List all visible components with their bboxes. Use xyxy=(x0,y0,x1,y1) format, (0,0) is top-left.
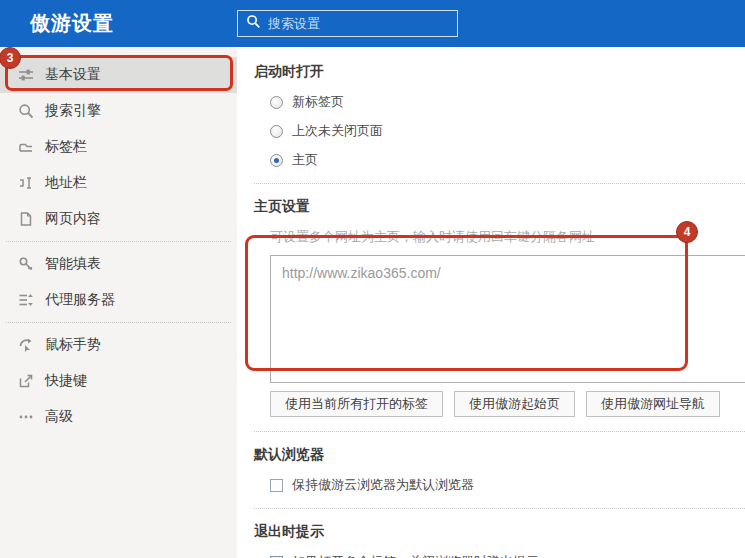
homepage-hint-text: 可设置多个网址为主页，输入时请使用回车键分隔各网址 xyxy=(270,228,745,246)
settings-sliders-icon xyxy=(17,67,34,84)
sidebar-item-mouse-gestures[interactable]: 鼠标手势 xyxy=(0,327,237,363)
section-heading-default-browser: 默认浏览器 xyxy=(254,446,745,464)
checkbox-option-default-browser[interactable]: 保持傲游云浏览器为默认浏览器 xyxy=(270,476,745,494)
radio-icon[interactable] xyxy=(270,96,283,109)
use-current-tabs-button[interactable]: 使用当前所有打开的标签 xyxy=(270,391,443,417)
proxy-list-icon xyxy=(17,292,34,309)
checkbox-label: 如果打开多个标签，关闭浏览器时弹出提示 xyxy=(292,553,539,558)
checkbox-option-exit-prompt[interactable]: 如果打开多个标签，关闭浏览器时弹出提示 xyxy=(270,553,745,558)
sidebar-item-label: 地址栏 xyxy=(45,174,87,192)
annotation-step-badge-4: 4 xyxy=(676,221,698,243)
radio-label: 主页 xyxy=(292,151,318,169)
header-bar: 傲游设置 xyxy=(0,0,745,47)
sidebar-item-label: 鼠标手势 xyxy=(45,336,101,354)
homepage-urls-textarea[interactable]: http://www.zikao365.com/ xyxy=(270,255,745,383)
key-icon xyxy=(17,256,34,273)
section-divider xyxy=(254,508,745,509)
use-maxthon-start-page-button[interactable]: 使用傲游起始页 xyxy=(454,391,575,417)
page-title: 傲游设置 xyxy=(30,10,114,37)
radio-icon-selected[interactable] xyxy=(270,154,283,167)
search-icon xyxy=(17,103,34,120)
search-icon xyxy=(246,14,261,33)
address-bar-icon xyxy=(17,175,34,192)
sidebar-item-label: 快捷键 xyxy=(45,372,87,390)
sidebar-item-basic-settings[interactable]: 基本设置 xyxy=(0,57,237,93)
sidebar-item-label: 代理服务器 xyxy=(45,291,115,309)
radio-option-last-session[interactable]: 上次未关闭页面 xyxy=(270,122,745,140)
section-divider xyxy=(254,431,745,432)
radio-icon[interactable] xyxy=(270,125,283,138)
search-input[interactable] xyxy=(268,16,449,31)
sidebar-item-search-engine[interactable]: 搜索引擎 xyxy=(0,93,237,129)
sidebar: 基本设置 搜索引擎 标签栏 地址栏 网页内容 xyxy=(0,47,237,558)
sidebar-item-label: 搜索引擎 xyxy=(45,102,101,120)
sidebar-separator xyxy=(6,241,231,242)
sidebar-item-label: 网页内容 xyxy=(45,210,101,228)
radio-label: 上次未关闭页面 xyxy=(292,122,383,140)
sidebar-item-tab-bar[interactable]: 标签栏 xyxy=(0,129,237,165)
sidebar-item-label: 基本设置 xyxy=(45,66,101,84)
sidebar-item-advanced[interactable]: 高级 xyxy=(0,399,237,435)
shortcut-key-icon xyxy=(17,373,34,390)
sidebar-item-page-content[interactable]: 网页内容 xyxy=(0,201,237,237)
sidebar-item-form-fill[interactable]: 智能填表 xyxy=(0,246,237,282)
settings-search-box[interactable] xyxy=(237,10,458,37)
ellipsis-icon xyxy=(17,409,34,426)
sidebar-separator xyxy=(6,322,231,323)
section-heading-startup: 启动时打开 xyxy=(254,63,745,81)
sidebar-item-proxy-server[interactable]: 代理服务器 xyxy=(0,282,237,318)
checkbox-label: 保持傲游云浏览器为默认浏览器 xyxy=(292,476,474,494)
checkbox-icon[interactable] xyxy=(270,479,283,492)
sidebar-item-address-bar[interactable]: 地址栏 xyxy=(0,165,237,201)
section-divider xyxy=(254,183,745,184)
mouse-gesture-icon xyxy=(17,337,34,354)
tab-bar-icon xyxy=(17,139,34,156)
radio-label: 新标签页 xyxy=(292,93,344,111)
sidebar-item-label: 智能填表 xyxy=(45,255,101,273)
section-heading-exit-prompt: 退出时提示 xyxy=(254,523,745,541)
sidebar-item-label: 标签栏 xyxy=(45,138,87,156)
settings-content: 启动时打开 新标签页 上次未关闭页面 主页 主页设置 可设置多个网址为主页，输入… xyxy=(237,47,745,558)
annotation-step-badge-3: 3 xyxy=(0,47,21,69)
sidebar-item-label: 高级 xyxy=(45,408,73,426)
settings-window: 傲游设置 基本设置 搜索引擎 标签栏 xyxy=(0,0,745,558)
use-maxthon-navigation-button[interactable]: 使用傲游网址导航 xyxy=(586,391,720,417)
sidebar-item-shortcut-keys[interactable]: 快捷键 xyxy=(0,363,237,399)
radio-option-homepage[interactable]: 主页 xyxy=(270,151,745,169)
radio-option-new-tab[interactable]: 新标签页 xyxy=(270,93,745,111)
page-content-icon xyxy=(17,211,34,228)
section-heading-homepage: 主页设置 xyxy=(254,198,745,216)
